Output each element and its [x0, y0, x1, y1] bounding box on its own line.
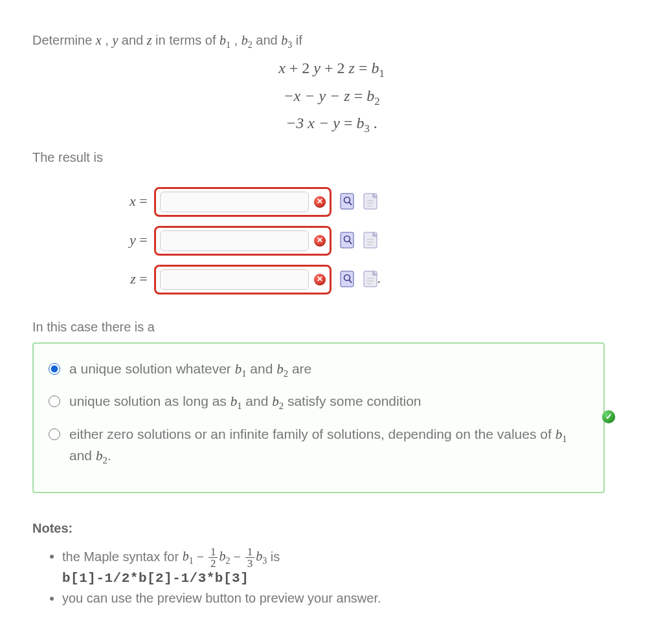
note-maple-syntax: the Maple syntax for b1 − 12b2 − 13b3 is…	[62, 546, 631, 588]
case-label: In this case there is a	[32, 318, 631, 336]
rhs-b: b	[371, 60, 379, 76]
sub: 1	[226, 40, 230, 50]
result-label: The result is	[32, 148, 631, 166]
txt: Determine	[32, 33, 96, 47]
radio-label-1: a unique solution whatever b1 and b2 are	[69, 359, 592, 381]
tail: .	[370, 115, 377, 131]
equation-1: x + 2 y + 2 z = b1	[32, 58, 631, 81]
b: b	[281, 33, 287, 47]
period: .	[377, 271, 381, 285]
answer-row-z: z = ✕ .	[129, 265, 381, 294]
notes-heading: Notes:	[32, 519, 631, 537]
answer-label-x: x =	[129, 187, 154, 217]
radio-input-3[interactable]	[49, 428, 60, 440]
rhs-b: b	[366, 87, 374, 104]
svg-rect-16	[341, 271, 354, 287]
preview-button[interactable]	[340, 232, 354, 249]
answer-input-x[interactable]	[160, 192, 309, 212]
var-b3: b3	[281, 33, 292, 47]
answer-input-wrap-y: ✕	[154, 226, 332, 256]
lhs: −x − y − z	[283, 87, 350, 104]
var-b2: b2	[242, 33, 253, 47]
rhs-sub: 1	[379, 67, 384, 80]
txt: ,	[102, 33, 113, 47]
svg-rect-8	[341, 232, 354, 248]
answer-grid: x = ✕ y = ✕	[129, 178, 381, 304]
var-x: x	[96, 33, 102, 47]
txt: if	[292, 33, 302, 47]
help-button[interactable]	[363, 193, 377, 210]
var-b1: b1	[219, 33, 230, 47]
equation-block: x + 2 y + 2 z = b1 −x − y − z = b2 −3 x …	[32, 58, 631, 136]
wrong-icon: ✕	[314, 196, 326, 208]
solution-type-radios: a unique solution whatever b1 and b2 are…	[32, 342, 605, 493]
var-z: z	[147, 33, 152, 47]
wrong-icon: ✕	[314, 235, 326, 247]
svg-rect-0	[341, 194, 354, 209]
b: b	[242, 33, 248, 47]
eq: =	[340, 115, 357, 131]
answer-input-z[interactable]	[160, 269, 309, 290]
wrong-icon: ✕	[314, 274, 326, 285]
equation-2: −x − y − z = b2	[32, 85, 631, 109]
answer-input-wrap-x: ✕	[154, 187, 332, 217]
equation-3: −3 x − y = b3 .	[32, 113, 631, 136]
sub: 2	[248, 40, 253, 50]
answer-input-y[interactable]	[160, 230, 309, 251]
note-preview: you can use the preview button to previe…	[62, 589, 631, 607]
var-y: y	[112, 33, 118, 47]
radio-option-2[interactable]: unique solution as long as b1 and b2 sat…	[45, 392, 592, 413]
radio-option-1[interactable]: a unique solution whatever b1 and b2 are	[45, 359, 592, 381]
notes-list: the Maple syntax for b1 − 12b2 − 13b3 is…	[62, 546, 631, 607]
correct-icon: ✓	[602, 410, 615, 423]
txt: and	[118, 33, 146, 47]
maple-code: b[1]-1/2*b[2]-1/3*b[3]	[62, 569, 631, 588]
txt: and	[253, 33, 281, 47]
rhs-b: b	[356, 115, 364, 131]
rhs-sub: 2	[374, 95, 379, 107]
txt: ,	[230, 33, 242, 47]
b: b	[219, 33, 226, 47]
answer-row-y: y = ✕	[129, 226, 381, 256]
eq: =	[355, 60, 372, 76]
answer-input-wrap-z: ✕	[154, 265, 332, 294]
radio-label-3: either zero solutions or an infinite fam…	[69, 425, 592, 467]
answer-label-y: y =	[129, 226, 154, 256]
answer-label-z: z =	[129, 265, 154, 294]
radio-input-2[interactable]	[49, 395, 60, 407]
radio-label-2: unique solution as long as b1 and b2 sat…	[69, 392, 592, 413]
answer-row-x: x = ✕	[129, 187, 381, 217]
radio-option-3[interactable]: either zero solutions or an infinite fam…	[45, 425, 592, 467]
preview-button[interactable]	[340, 193, 354, 210]
rhs-sub: 3	[364, 122, 369, 135]
radio-input-1[interactable]	[49, 363, 60, 375]
preview-button[interactable]	[340, 271, 354, 287]
question-prompt: Determine x , y and z in terms of b1 , b…	[32, 31, 631, 51]
help-button[interactable]	[363, 271, 377, 287]
txt: in terms of	[152, 33, 219, 47]
help-button[interactable]	[363, 232, 377, 249]
eq: =	[350, 87, 367, 104]
lhs: −3 x − y	[286, 115, 340, 131]
